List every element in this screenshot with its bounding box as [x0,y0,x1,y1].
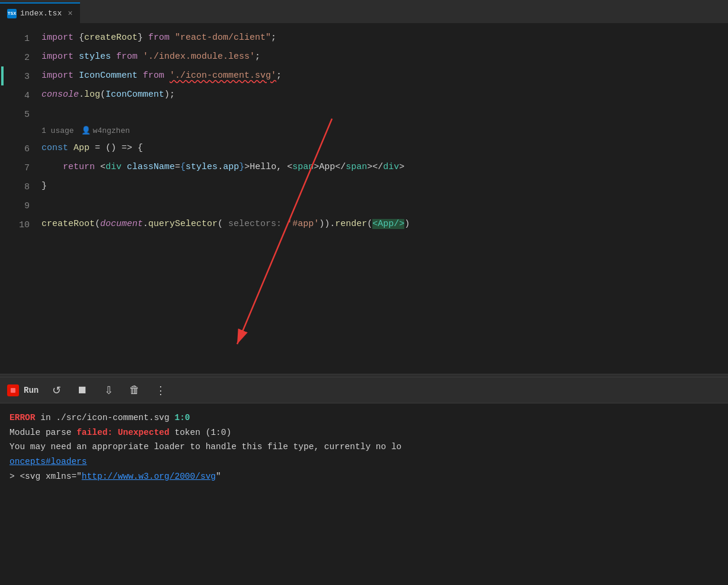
token-from-1: from [148,33,175,43]
loader-message: You may need an appropriate loader to ha… [9,442,401,452]
token-console: console [41,90,79,100]
token-semi-3: ; [276,71,282,81]
token-dot-10: . [143,219,148,229]
run-icon [7,384,19,396]
token-str-3-inner: './icon-comment.svg' [170,71,276,81]
line-num-5: 5 [0,106,30,125]
token-const: const [41,143,74,153]
token-paren-close-4: ); [164,90,175,100]
token-createroot-10: createRoot [41,219,95,229]
error-line-5: > <svg xmlns="http://www.w3.org/2000/svg… [9,469,719,484]
loaders-link[interactable]: oncepts#loaders [9,457,87,466]
terminal-content: ERROR in ./src/icon-comment.svg 1:0 Modu… [0,403,728,491]
failed-text: failed: [76,428,113,437]
token-iconcomment-4: IconComment [106,90,164,100]
token-paren-render-open: ( [367,219,372,229]
clear-button[interactable]: 🗑 [126,382,143,399]
code-content: import {createRoot} from "react-dom/clie… [36,28,728,374]
token-brace-close-1: } [138,33,148,43]
token-app-text: App [319,162,335,172]
run-text: Run [24,386,39,395]
token-span-close-tag: span [346,162,367,172]
line-num-7: 7 [0,159,30,178]
terminal-toolbar: Run ↺ ⏹ ⇩ 🗑 ⋮ [0,377,728,403]
token-paren-render-close: ) [404,219,410,229]
token-paren-qs-close: )). [319,219,335,229]
line-num-2: 2 [0,49,30,68]
token-app: App [74,143,95,153]
code-line-4: console.log(IconComment); [41,85,728,104]
tab-close-button[interactable]: × [68,9,72,18]
token-str-2: './index.module.less' [143,52,255,62]
tab-index-tsx[interactable]: TSX index.tsx × [0,2,80,23]
token-brace-open-1: { [79,33,84,43]
error-line-3: You may need an appropriate loader to ha… [9,440,719,454]
token-semi-2: ; [255,52,260,62]
token-paren-qs-open: ( [218,219,228,229]
error-keyword: ERROR [9,413,36,422]
token-log: log [84,90,100,100]
token-jsx-brace-open: { [180,162,186,172]
lens-author: w4ngzhen [93,123,130,139]
line-num-8: 8 [0,178,30,197]
token-classname: className [127,162,175,172]
token-eq-6: = () => { [95,143,143,153]
token-paren-open-10: ( [95,219,100,229]
xmlns-link[interactable]: http://www.w3.org/2000/svg [82,472,216,481]
line-numbers: 1 2 3 4 5 6 7 8 9 10 [0,28,36,374]
token-import-1: import [41,33,79,43]
more-button[interactable]: ⋮ [152,382,169,399]
code-line-3: import IconComment from './icon-comment.… [41,66,728,85]
token-angle-close-7: > [244,162,250,172]
module-parse-text: Module parse [9,428,76,437]
token-styles: styles [79,52,116,62]
code-line-6: const App = () => { [41,139,728,158]
code-line-5 [41,104,728,123]
token-str-3-error: './icon-comment.svg' [170,71,276,81]
token-queryselector: querySelector [148,219,218,229]
token-from-2: from [116,52,143,62]
token-styles-7: styles [186,162,218,172]
token-createroot: createRoot [84,33,138,43]
error-position: 1:0 [174,413,190,422]
code-container: 1 2 3 4 5 6 7 8 9 10 import {createRoot}… [0,24,728,374]
error-path-text: in ./src/icon-comment.svg [36,413,175,422]
run-label: Run [7,384,39,396]
terminal-panel: Run ↺ ⏹ ⇩ 🗑 ⋮ ERROR in ./src/icon-commen… [0,377,728,491]
token-span-close: </ [335,162,346,172]
token-import-3: import [41,71,79,81]
token-angle-open-7: < [100,162,106,172]
token-from-3: from [143,71,170,81]
token-return: return [63,162,100,172]
code-editor: 1 2 3 4 5 6 7 8 9 10 import {createRoot}… [0,24,728,374]
code-line-1: import {createRoot} from "react-dom/clie… [41,28,728,47]
code-line-2: import styles from './index.module.less'… [41,47,728,66]
error-line-2: Module parse failed: Unexpected token (1… [9,425,719,440]
code-line-9 [41,196,728,215]
restart-button[interactable]: ↺ [48,382,65,399]
stop-button[interactable]: ⏹ [74,382,91,399]
scroll-to-end-button[interactable]: ⇩ [100,382,117,399]
token-app-jsx: <App/> [372,219,404,229]
token-render: render [335,219,367,229]
token-import-2: import [41,52,79,62]
token-span-tag: span [292,162,314,172]
tab-bar: TSX index.tsx × [0,0,728,24]
token-semi-1: ; [271,33,276,43]
tab-filename: index.tsx [20,9,62,18]
line-num-lens [0,125,30,140]
token-text-term: token (1:0) [170,428,231,437]
error-line-1: ERROR in ./src/icon-comment.svg 1:0 [9,411,719,425]
token-str-1: "react-dom/client" [175,33,271,43]
line-num-1: 1 [0,30,30,49]
code-line-7: return <div className={styles.app}>Hello… [41,158,728,177]
error-line-4: oncepts#loaders [9,454,719,469]
unexpected-text: Unexpected [113,428,170,437]
token-eq-7: = [175,162,180,172]
code-lens-row: 1 usage 👤 w4ngzhen [41,123,728,139]
code-line-10: createRoot(document.querySelector( selec… [41,215,728,234]
token-paren-open-4: ( [100,90,106,100]
lens-usage: 1 usage [41,123,74,139]
token-indent-7 [41,162,63,172]
token-dot-4: . [79,90,84,100]
